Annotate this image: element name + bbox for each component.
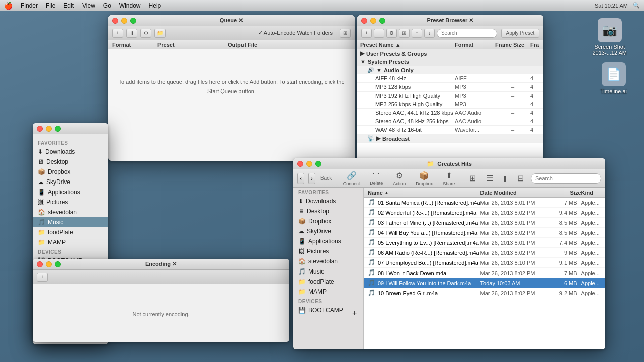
preset-subgroup-broadcast[interactable]: 📡 ▶ Broadcast xyxy=(357,134,543,143)
menu-go[interactable]: Go xyxy=(103,2,111,9)
preset-search[interactable] xyxy=(437,29,497,38)
finder-sidebar-applications[interactable]: 📱 Applications xyxy=(293,236,363,246)
file-row-6[interactable]: 🎵 07 Unemployed Bo...) [Remastered].m4a … xyxy=(364,258,605,268)
file-row-4[interactable]: 🎵 05 Everything to Ev...) [Remastered].m… xyxy=(364,238,605,248)
encoding-min[interactable] xyxy=(46,261,52,267)
sidebar-desktop[interactable]: 🖥 Desktop xyxy=(33,157,108,167)
finder-sidebar-desktop[interactable]: 🖥 Desktop xyxy=(293,206,363,216)
desktop-icon-timeline[interactable]: 📄 Timeline.ai xyxy=(598,60,629,96)
menu-edit[interactable]: Edit xyxy=(63,2,74,9)
max-btn[interactable] xyxy=(55,126,61,132)
delete-btn[interactable]: 🗑 Delete xyxy=(367,170,386,187)
file-row-2[interactable]: 🎵 03 Father of Mine (...) [Remastered].m… xyxy=(364,218,605,228)
file-row-9[interactable]: 🎵 10 Brown Eyed Girl.m4a Mar 26, 2013 8:… xyxy=(364,288,605,298)
sidebar-foodplate[interactable]: 📁 foodPlate xyxy=(33,227,108,237)
finder-sidebar-music[interactable]: 🎵 Music xyxy=(293,266,363,277)
sidebar-stevedolan[interactable]: 🏠 stevedolan xyxy=(33,207,108,217)
finder-sidebar-pictures[interactable]: 🖼 Pictures xyxy=(293,246,363,256)
finder-sidebar-mamp[interactable]: 📁 MAMP xyxy=(293,287,363,297)
connect-btn[interactable]: 🔗 Connect xyxy=(340,170,363,187)
view-list-btn[interactable]: ☰ xyxy=(483,172,496,184)
queue-pause-btn[interactable]: ⏸ xyxy=(126,29,137,38)
file-date-header[interactable]: Date Modified xyxy=(480,190,551,196)
finder-min[interactable] xyxy=(306,161,312,167)
queue-output-btn[interactable]: 📁 xyxy=(154,29,166,38)
preset-close[interactable] xyxy=(361,18,367,24)
min-btn[interactable] xyxy=(46,126,52,132)
preset-list: ▶ User Presets & Groups ▼ System Presets… xyxy=(357,49,543,160)
preset-mp3-128[interactable]: MP3 128 kbps MP3 – 4 xyxy=(357,83,543,92)
menu-help[interactable]: Help xyxy=(149,2,162,9)
finder-sidebar-dropbox[interactable]: 📦 Dropbox xyxy=(293,216,363,226)
encoding-max[interactable] xyxy=(55,261,61,267)
preset-subgroup-audio[interactable]: 🔊 ▼ Audio Only xyxy=(357,66,543,74)
back-button[interactable]: ‹ xyxy=(297,173,304,184)
preset-aiff[interactable]: AIFF 48 kHz AIFF – 4 xyxy=(357,74,543,83)
queue-min[interactable] xyxy=(121,18,127,24)
queue-add-btn[interactable]: + xyxy=(112,29,123,38)
queue-expand-btn[interactable]: ⊞ xyxy=(340,29,351,38)
preset-aac-256[interactable]: Stereo AAC, 48 kHz 256 kbps AAC Audio – … xyxy=(357,117,543,126)
encoding-add-btn[interactable]: + xyxy=(37,273,48,282)
file-row-8[interactable]: 🎵 09 I Will Follow You into the Dark.m4a… xyxy=(364,278,605,288)
menu-finder[interactable]: Finder xyxy=(21,2,38,9)
sidebar-pictures[interactable]: 🖼 Pictures xyxy=(33,197,108,207)
sidebar-music[interactable]: 🎵 Music xyxy=(33,217,108,227)
preset-aac-128[interactable]: Stereo AAC, 44.1 kHz 128 kbps AAC Audio … xyxy=(357,109,543,117)
apple-menu[interactable]: 🍎 xyxy=(4,2,13,10)
finder-sidebar-foodplate[interactable]: 📁 foodPlate xyxy=(293,277,363,287)
share-btn[interactable]: ⬆ Share xyxy=(440,170,458,187)
file-row-7[interactable]: 🎵 08 I Won_t Back Down.m4a Mar 26, 2013 … xyxy=(364,268,605,278)
preset-wav[interactable]: WAV 48 kHz 16-bit Wavefor... – 4 xyxy=(357,126,543,134)
finder-sidebar-stevedolan[interactable]: 🏠 stevedolan xyxy=(293,256,363,266)
close-btn[interactable] xyxy=(37,126,43,132)
file-row-1[interactable]: 🎵 02 Wonderful (Re-...) [Remastered].m4a… xyxy=(364,208,605,218)
desktop-icon-screenshot[interactable]: 📷 Screen Shot2013-...12 AM xyxy=(591,16,629,58)
file-kind-header[interactable]: Kind xyxy=(581,190,605,196)
menu-file[interactable]: File xyxy=(46,2,55,9)
file-size-header[interactable]: Size xyxy=(551,190,581,196)
view-column-btn[interactable]: ⫿ xyxy=(500,173,510,184)
preset-mp3-192[interactable]: MP3 192 kHz High Quality MP3 – 4 xyxy=(357,92,543,100)
queue-settings-btn[interactable]: ⚙ xyxy=(140,29,151,38)
preset-mp3-256[interactable]: MP3 256 kbps High Quality MP3 – 4 xyxy=(357,100,543,109)
apply-preset-btn[interactable]: Apply Preset xyxy=(501,29,539,38)
dropbox-btn[interactable]: 📦 Dropbox xyxy=(413,170,436,187)
preset-action4[interactable]: ↓ xyxy=(424,29,435,38)
preset-min[interactable] xyxy=(370,18,376,24)
view-coverflow-btn[interactable]: ⊟ xyxy=(514,172,527,184)
queue-close[interactable] xyxy=(112,18,118,24)
forward-button[interactable]: › xyxy=(308,173,315,184)
finder-sidebar-bootcamp[interactable]: 💾 BOOTCAMP xyxy=(293,305,363,315)
preset-action3[interactable]: ↑ xyxy=(412,29,422,38)
sidebar-dropbox[interactable]: 📦 Dropbox xyxy=(33,167,108,177)
view-icon-btn[interactable]: ⊞ xyxy=(466,172,479,184)
menu-window[interactable]: Window xyxy=(119,2,141,9)
sidebar-applications[interactable]: 📱 Applications xyxy=(33,187,108,197)
sidebar-mamp[interactable]: 📁 MAMP xyxy=(33,237,108,247)
preset-max[interactable] xyxy=(379,18,385,24)
queue-max[interactable] xyxy=(130,18,136,24)
action-btn[interactable]: ⚙ Action xyxy=(390,170,409,187)
file-row-0[interactable]: 🎵 01 Santa Monica (R...) [Remastered].m4… xyxy=(364,198,605,208)
encoding-close[interactable] xyxy=(37,261,43,267)
preset-add-btn[interactable]: + xyxy=(361,29,372,38)
finder-close[interactable] xyxy=(297,161,303,167)
preset-remove-btn[interactable]: − xyxy=(374,29,384,38)
file-name-header[interactable]: Name ▲ xyxy=(368,190,480,196)
preset-action1[interactable]: ⚙ xyxy=(386,29,397,38)
preset-action2[interactable]: ⊞ xyxy=(399,29,410,38)
menu-search-icon[interactable]: 🔍 xyxy=(633,2,640,9)
finder-sidebar-downloads[interactable]: ⬇ Downloads xyxy=(293,196,363,206)
preset-group-system[interactable]: ▼ System Presets xyxy=(357,58,543,66)
file-size-8: 6 MB xyxy=(551,280,581,286)
finder-search-input[interactable] xyxy=(531,173,601,184)
preset-group-user[interactable]: ▶ User Presets & Groups xyxy=(357,49,543,58)
finder-sidebar-skydrive[interactable]: ☁ SkyDrive xyxy=(293,226,363,236)
finder-max[interactable] xyxy=(315,161,321,167)
sidebar-downloads[interactable]: ⬇ Downloads xyxy=(33,147,108,157)
file-row-5[interactable]: 🎵 06 AM Radio (Re-R...) [Remastered].m4a… xyxy=(364,248,605,258)
sidebar-skydrive[interactable]: ☁ SkyDrive xyxy=(33,177,108,187)
menu-view[interactable]: View xyxy=(82,2,95,9)
file-row-3[interactable]: 🎵 04 I Will Buy You a...) [Remastered].m… xyxy=(364,228,605,238)
